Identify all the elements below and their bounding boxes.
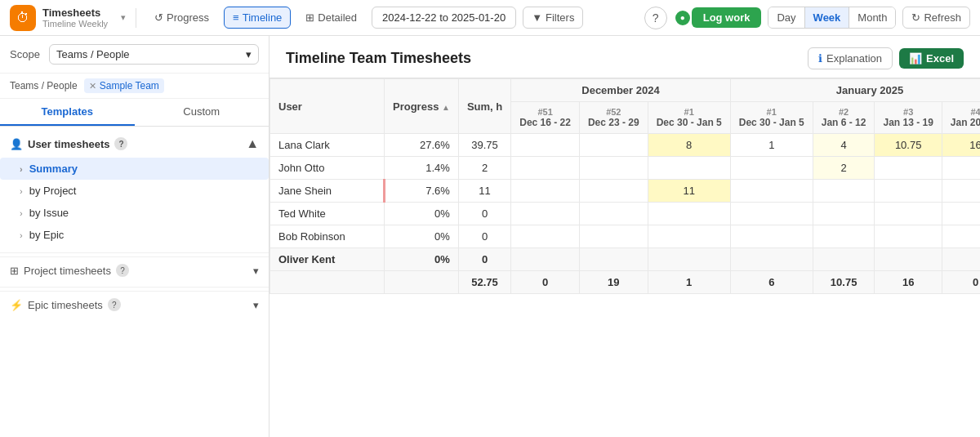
refresh-btn[interactable]: ↻ Refresh (902, 7, 970, 29)
sum-cell: 0 (458, 225, 510, 248)
col-header-progress: Progress ▲ (385, 79, 459, 134)
project-timesheets-header[interactable]: ⊞ Project timesheets ? ▾ (0, 256, 269, 283)
detailed-nav-btn[interactable]: ⊞ Detailed (297, 7, 365, 28)
user-timesheets-help-icon[interactable]: ? (114, 137, 127, 150)
teams-people-label: Teams / People (10, 80, 78, 91)
value-cell (942, 248, 980, 271)
sum-cell: 39.75 (458, 134, 510, 157)
scope-select[interactable]: Teams / People ▾ (49, 44, 259, 65)
sidebar-divider-2 (0, 287, 269, 288)
sum-cell: 2 (458, 157, 510, 180)
date-range-btn[interactable]: 2024-12-22 to 2025-01-20 (372, 7, 516, 29)
timeline-table: User Progress ▲ Sum, h December 2024 Jan… (270, 78, 980, 294)
sidebar-item-by-epic[interactable]: › by Epic (0, 224, 269, 246)
value-cell (730, 157, 813, 180)
sidebar-item-by-issue[interactable]: › by Issue (0, 202, 269, 224)
tag-close-icon[interactable]: ✕ (89, 81, 96, 91)
table-row: John Otto 1.4% 2 2 (270, 157, 981, 180)
totals-value-cell: 19 (579, 271, 648, 294)
progress-cell: 1.4% (385, 157, 459, 180)
table-row: Oliver Kent 0% 0 (270, 248, 981, 271)
value-cell (511, 134, 580, 157)
week-view-btn[interactable]: Week (804, 7, 849, 28)
value-cell (730, 225, 813, 248)
totals-value-cell: 10.75 (813, 271, 875, 294)
chevron-down-icon: ▾ (253, 299, 259, 311)
refresh-icon: ↻ (911, 11, 920, 24)
help-icon[interactable]: ? (644, 7, 667, 29)
app-title: Timesheets (42, 7, 108, 20)
value-cell (942, 157, 980, 180)
sidebar: Scope Teams / People ▾ Teams / People ✕ … (0, 36, 270, 437)
value-cell (813, 180, 875, 203)
value-cell: 16 (942, 134, 980, 157)
chevron-right-icon: › (20, 208, 23, 218)
totals-value-cell: 0 (511, 271, 580, 294)
table-container: User Progress ▲ Sum, h December 2024 Jan… (270, 78, 980, 294)
week-4-header: #4 Jan 20 - 26 (942, 102, 980, 134)
value-cell (648, 248, 730, 271)
user-icon: 👤 (10, 138, 23, 150)
chevron-right-icon: › (20, 164, 23, 174)
user-cell: John Otto (270, 157, 385, 180)
value-cell (579, 225, 648, 248)
value-cell: 10.75 (875, 134, 942, 157)
user-timesheets-label: User timesheets (28, 138, 109, 150)
value-cell (875, 157, 942, 180)
value-cell (875, 225, 942, 248)
totals-user-cell (270, 271, 385, 294)
sidebar-item-by-project[interactable]: › by Project (0, 180, 269, 202)
teams-people-row: Teams / People ✕ Sample Team (0, 74, 269, 99)
user-cell: Lana Clark (270, 134, 385, 157)
chevron-down-icon: ▾ (121, 12, 126, 23)
tab-custom[interactable]: Custom (135, 99, 270, 126)
month-view-btn[interactable]: Month (849, 7, 895, 28)
project-timesheets-help-icon[interactable]: ? (116, 264, 129, 277)
sum-cell: 11 (458, 180, 510, 203)
value-cell (813, 203, 875, 225)
team-tag: ✕ Sample Team (84, 78, 164, 93)
user-cell: Jane Shein (270, 180, 385, 203)
value-cell (511, 225, 580, 248)
value-cell (648, 203, 730, 225)
explanation-btn[interactable]: ℹ Explanation (808, 47, 893, 69)
user-timesheets-collapse-btn[interactable]: ▲ (246, 136, 259, 151)
timeline-nav-btn[interactable]: ≡ Timeline (224, 7, 291, 29)
sidebar-item-by-project-label: by Project (29, 185, 77, 197)
day-view-btn[interactable]: Day (768, 7, 804, 28)
progress-nav-btn[interactable]: ↺ Progress (146, 7, 217, 28)
value-cell: 8 (648, 134, 730, 157)
table-row: Ted White 0% 0 (270, 203, 981, 225)
header-actions: ℹ Explanation 📊 Excel (808, 47, 964, 69)
user-cell: Oliver Kent (270, 248, 385, 271)
totals-sum-cell: 52.75 (458, 271, 510, 294)
value-cell (579, 203, 648, 225)
value-cell (579, 157, 648, 180)
user-cell: Bob Robinson (270, 225, 385, 248)
log-work-btn[interactable]: Log work (692, 7, 762, 28)
tab-templates[interactable]: Templates (0, 99, 135, 126)
content-header: Timeline Team Timesheets ℹ Explanation 📊… (270, 36, 980, 78)
scope-label: Scope (10, 48, 42, 60)
value-cell (730, 248, 813, 271)
value-cell (942, 203, 980, 225)
epic-timesheets-help-icon[interactable]: ? (108, 298, 121, 311)
sum-cell: 0 (458, 203, 510, 225)
excel-icon: 📊 (909, 52, 922, 65)
value-cell (511, 157, 580, 180)
filter-btn[interactable]: ▼ Filters (523, 7, 583, 29)
chevron-down-icon: ▾ (246, 48, 252, 60)
sidebar-item-by-issue-label: by Issue (29, 207, 69, 219)
sidebar-item-summary[interactable]: › Summary (0, 158, 269, 180)
value-cell (942, 180, 980, 203)
scope-select-value: Teams / People (56, 48, 130, 60)
value-cell (511, 180, 580, 203)
filter-icon: ▼ (532, 11, 542, 24)
progress-cell: 0% (385, 225, 459, 248)
sidebar-item-summary-label: Summary (29, 163, 78, 175)
col-header-user: User (270, 79, 385, 134)
col-header-sum: Sum, h (458, 79, 510, 134)
excel-btn[interactable]: 📊 Excel (899, 48, 964, 69)
epic-timesheets-header[interactable]: ⚡ Epic timesheets ? ▾ (0, 291, 269, 318)
progress-cell: 27.6% (385, 134, 459, 157)
